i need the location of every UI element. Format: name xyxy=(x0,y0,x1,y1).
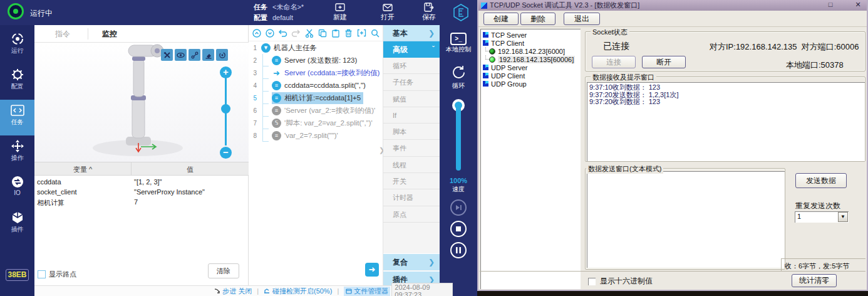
delete-button[interactable] xyxy=(344,28,353,38)
tree-row-label: 相机计算:=ccddata[1]+5 xyxy=(284,93,361,103)
exit-button[interactable]: 退出 xyxy=(564,13,600,25)
sidebar-item-run[interactable]: 运行 xyxy=(0,28,34,64)
step-mode-status[interactable]: 步进 关闭 xyxy=(214,287,252,296)
tree-node-tcp-server[interactable]: TCP Server xyxy=(480,31,581,39)
tree-node-udp-server[interactable]: UDP Server xyxy=(480,63,581,71)
zoom-in-button[interactable]: + xyxy=(220,66,232,78)
undo-button[interactable] xyxy=(278,28,287,38)
visibility-button[interactable] xyxy=(175,49,187,61)
category-item-switch[interactable]: 开关 xyxy=(383,173,440,189)
hex-display-option[interactable]: 显示十六进制值 xyxy=(588,276,653,287)
sidebar-item-operate[interactable]: 操作 xyxy=(0,135,34,171)
tree-row-root[interactable]: 1 ▼ 机器人主任务 xyxy=(249,41,383,54)
run-step-button[interactable]: ➜ xyxy=(365,263,379,277)
category-advanced[interactable]: 高级 ˇ xyxy=(383,41,440,58)
tree-row-disabled[interactable]: 6 ≡ 'Server (var_2:=接收到的值)' xyxy=(249,104,383,117)
trace-button[interactable] xyxy=(189,49,200,61)
category-basic[interactable]: 基本 ❯ xyxy=(383,25,440,41)
reset-stats-button[interactable]: 统计清零 xyxy=(792,274,837,287)
eye-icon xyxy=(177,51,185,59)
copy-button[interactable] xyxy=(318,28,327,38)
tab-command[interactable]: 指令 xyxy=(44,25,81,43)
tree-row[interactable]: 2 ≡ Server (发送数据: 123) xyxy=(249,54,383,66)
speed-slider-track[interactable] xyxy=(456,105,461,171)
category-item-if[interactable]: If xyxy=(383,107,440,124)
zoom-handle[interactable] xyxy=(221,104,230,114)
robot-3d-viewport[interactable]: + − xyxy=(34,43,249,162)
table-row[interactable]: socket_client "ServerProxy Instance" xyxy=(34,188,249,198)
cut-button[interactable] xyxy=(304,28,314,38)
table-row[interactable]: ccddata "[1, 2, 3]" xyxy=(34,178,249,188)
insert-button[interactable] xyxy=(357,28,366,38)
sidebar-item-task[interactable]: 任务 xyxy=(0,100,34,135)
category-item-home[interactable]: 原点 xyxy=(383,206,440,223)
open-task-button[interactable]: 打开 xyxy=(373,2,402,23)
tree-node-label: TCP Client xyxy=(491,40,524,47)
loop-mode-button[interactable]: 循环 xyxy=(440,64,477,90)
maximize-button[interactable]: □ xyxy=(825,1,835,9)
tools-icon xyxy=(163,51,171,59)
close-button[interactable]: ✕ xyxy=(853,1,863,9)
tree-row-disabled[interactable]: 7 𝕊 '脚本: var_2=var_2.split(",")' xyxy=(249,117,383,129)
paste-button[interactable] xyxy=(331,28,340,38)
new-task-button[interactable]: 新建 xyxy=(326,2,354,23)
file-manager-button[interactable]: 文件管理器 xyxy=(344,287,390,296)
stop-button[interactable] xyxy=(450,221,467,237)
tree-row-selected[interactable]: 5 ≡ 相机计算:=ccddata[1]+5 xyxy=(249,92,383,104)
sidebar-item-plugin[interactable]: 插件 xyxy=(0,207,34,243)
sidebar-item-io[interactable]: IO xyxy=(0,171,34,207)
category-item-timer[interactable]: 计时器 xyxy=(383,189,440,206)
send-data-button[interactable]: 发送数据 xyxy=(795,173,847,188)
collapse-node-icon[interactable]: ▼ xyxy=(261,43,271,53)
hex-display-checkbox[interactable] xyxy=(588,278,596,285)
tree-row-disabled[interactable]: 8 ≡ 'var_2=?.split("")' xyxy=(249,129,383,142)
variables-header-name[interactable]: 变量 ^ xyxy=(34,162,132,175)
step-forward-button[interactable] xyxy=(450,199,467,216)
connect-button[interactable]: 连接 xyxy=(592,56,636,68)
tree-node-connection[interactable]: 192.168.142.23[6000] xyxy=(480,47,581,55)
tree-node-udp-group[interactable]: UDP Group xyxy=(480,80,581,88)
tab-monitor[interactable]: 监控 xyxy=(91,25,128,43)
tree-row-executing[interactable]: 3 ➜ Server (ccddata:=接收到的值) xyxy=(249,66,383,79)
show-waypoints-option[interactable]: 显示路点 xyxy=(38,270,76,279)
tree-row[interactable]: 4 ≡ ccddata=ccddata.split(",") xyxy=(249,79,383,92)
category-item-loop[interactable]: 循环 xyxy=(383,58,440,74)
repeat-count-combobox[interactable]: 1 ▼ xyxy=(795,211,849,223)
expand-all-button[interactable] xyxy=(265,28,274,38)
collapse-all-button[interactable] xyxy=(252,28,261,38)
tree-node-udp-client[interactable]: UDP Client xyxy=(480,71,581,80)
category-item-subtask[interactable]: 子任务 xyxy=(383,74,440,90)
sidebar-item-config[interactable]: 配置 xyxy=(0,64,34,100)
save-task-button[interactable]: 保存 xyxy=(415,2,443,23)
tree-node-tcp-client[interactable]: TCP Client xyxy=(480,39,581,47)
disconnect-button[interactable]: 断开 xyxy=(642,56,686,68)
title-bar[interactable]: TCP/UDP Socket 调试工具 V2.3 - [数据收发窗口] □ ✕ xyxy=(478,0,867,11)
category-item-assign[interactable]: 赋值 xyxy=(383,91,440,107)
variable-name: socket_client xyxy=(34,188,132,198)
search-button[interactable] xyxy=(370,28,380,38)
variables-header-value[interactable]: 值 xyxy=(132,162,249,175)
show-waypoints-checkbox[interactable] xyxy=(38,270,46,278)
tools-button[interactable] xyxy=(161,49,173,61)
send-input[interactable] xyxy=(587,171,785,268)
pause-button[interactable] xyxy=(450,242,467,258)
clear-button[interactable]: 清除 xyxy=(208,263,239,278)
task-tree-panel: 1 ▼ 机器人主任务 2 ≡ Server (发送数据: 123) 3 ➜ Se… xyxy=(249,25,383,285)
reset-view-button[interactable] xyxy=(216,49,228,61)
category-compound[interactable]: 复合 ❯ xyxy=(383,253,440,270)
receive-log[interactable]: 9:37:10收到数据： 123 9:37:20发送数据： 1,2,3[1次] … xyxy=(587,82,865,161)
local-control-button[interactable]: >_ 本地控制 xyxy=(440,33,477,54)
create-button[interactable]: 创建 xyxy=(483,13,519,25)
category-item-event[interactable]: 事件 xyxy=(383,140,440,156)
config-name-line: 配置default xyxy=(254,13,293,23)
collision-status[interactable]: 碰撞检测开启(50%) xyxy=(264,287,332,296)
combo-dropdown-arrow[interactable]: ▼ xyxy=(838,212,848,222)
erase-button[interactable] xyxy=(202,49,214,61)
delete-button[interactable]: 删除 xyxy=(520,13,555,25)
category-item-thread[interactable]: 线程 xyxy=(383,157,440,173)
zoom-out-button[interactable]: − xyxy=(220,147,232,159)
category-item-script[interactable]: 脚本 xyxy=(383,124,440,140)
redo-button[interactable] xyxy=(291,28,301,38)
table-row[interactable]: 相机计算 7 xyxy=(34,198,249,208)
tree-node-connection-selected[interactable]: 192.168.142.135[60006] xyxy=(480,55,581,63)
